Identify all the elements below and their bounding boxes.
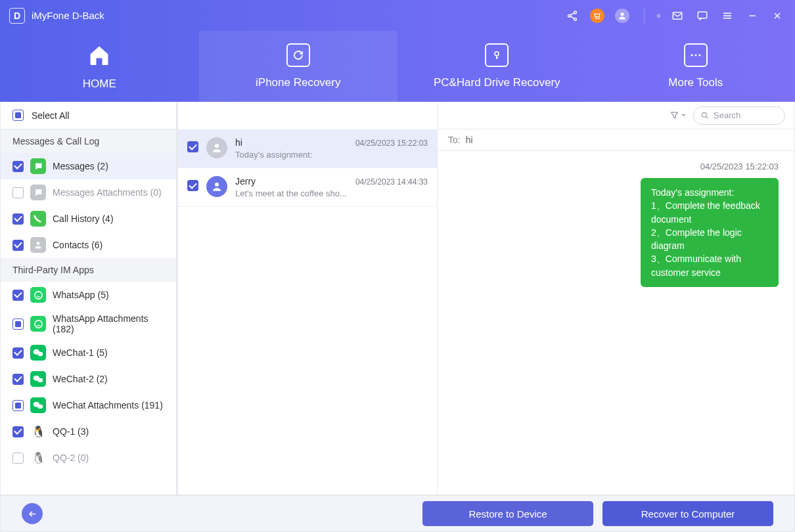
app-title: iMyFone D-Back xyxy=(32,10,104,21)
checkbox[interactable] xyxy=(12,290,24,301)
nav-label: PC&Hard Drive Recovery xyxy=(434,76,560,89)
phone-icon xyxy=(30,211,46,227)
thread-preview: Let's meet at the coffee sho... xyxy=(235,188,393,198)
home-icon xyxy=(86,42,112,68)
svg-point-34 xyxy=(215,183,219,187)
share-icon[interactable] xyxy=(564,7,581,24)
checkbox[interactable] xyxy=(12,426,24,437)
nav-iphone-recovery[interactable]: iPhone Recovery xyxy=(199,31,398,102)
item-label: Call History (4) xyxy=(53,213,114,224)
select-all-checkbox[interactable] xyxy=(12,110,24,121)
svg-point-21 xyxy=(691,54,693,56)
checkbox[interactable] xyxy=(12,213,24,225)
svg-point-22 xyxy=(694,54,696,56)
to-value: hi xyxy=(466,135,473,145)
item-label: WhatsApp (5) xyxy=(53,290,109,300)
menu-icon[interactable] xyxy=(719,7,736,24)
svg-point-25 xyxy=(34,291,41,298)
wechat-icon xyxy=(30,345,46,361)
cart-icon[interactable] xyxy=(589,7,606,24)
svg-point-33 xyxy=(215,144,219,148)
svg-point-5 xyxy=(596,18,597,18)
svg-line-36 xyxy=(706,116,708,118)
thread-item-hi[interactable]: hi 04/25/2023 15:22:03 Today's assignmen… xyxy=(178,129,437,168)
thread-time: 04/25/2023 14:44:33 xyxy=(355,177,428,187)
sidebar-group-thirdparty: Third-Party IM Apps xyxy=(1,258,176,282)
checkbox[interactable] xyxy=(12,453,24,464)
sidebar: Select All Messages & Call Log Messages … xyxy=(1,102,178,495)
message-time: 04/25/2023 15:22:03 xyxy=(453,162,779,171)
account-icon[interactable] xyxy=(614,7,631,24)
sidebar-item-wechat-2[interactable]: WeChat-2 (2) xyxy=(1,366,176,392)
item-label: Contacts (6) xyxy=(53,240,102,250)
search-icon xyxy=(700,111,710,120)
svg-point-8 xyxy=(657,14,660,17)
thread-name: hi xyxy=(235,137,242,148)
sidebar-item-call-history[interactable]: Call History (4) xyxy=(1,206,176,232)
checkbox[interactable] xyxy=(12,374,24,385)
sidebar-item-messages[interactable]: Messages (2) xyxy=(1,153,176,179)
feedback-icon[interactable] xyxy=(694,7,711,24)
select-all-row[interactable]: Select All xyxy=(1,102,176,129)
close-button[interactable] xyxy=(769,7,786,24)
item-label: Messages Attachments (0) xyxy=(53,187,162,198)
thread-item-jerry[interactable]: Jerry 04/25/2023 14:44:33 Let's meet at … xyxy=(178,168,437,207)
sidebar-item-qq-1[interactable]: 🐧 QQ-1 (3) xyxy=(1,418,176,445)
sidebar-item-wechat-1[interactable]: WeChat-1 (5) xyxy=(1,340,176,366)
search-input[interactable] xyxy=(714,110,773,120)
sidebar-item-whatsapp[interactable]: WhatsApp (5) xyxy=(1,282,176,308)
svg-point-28 xyxy=(37,352,43,357)
item-label: WeChat-1 (5) xyxy=(53,347,108,358)
message-bubble: Today's assignment: 1、Complete the feedb… xyxy=(641,178,779,287)
thread-list: hi 04/25/2023 15:22:03 Today's assignmen… xyxy=(178,102,438,495)
sidebar-item-wechat-attachments[interactable]: WeChat Attachments (191) xyxy=(1,392,176,418)
thread-name: Jerry xyxy=(235,176,256,187)
settings-icon[interactable] xyxy=(644,7,661,24)
svg-point-30 xyxy=(37,378,43,383)
sidebar-item-qq-2[interactable]: 🐧 QQ-2 (0) xyxy=(1,445,176,471)
checkbox[interactable] xyxy=(187,180,198,191)
item-label: Messages (2) xyxy=(53,161,108,171)
main-nav: HOME iPhone Recovery PC&Hard Drive Recov… xyxy=(0,31,795,102)
message-detail: To: hi 04/25/2023 15:22:03 Today's assig… xyxy=(438,102,794,495)
whatsapp-icon xyxy=(30,316,46,332)
svg-line-4 xyxy=(570,16,574,18)
search-box[interactable] xyxy=(693,106,785,125)
svg-point-7 xyxy=(621,12,624,16)
sidebar-item-messages-attachments[interactable]: Messages Attachments (0) xyxy=(1,179,176,206)
checkbox[interactable] xyxy=(12,319,24,330)
recover-button[interactable]: Recover to Computer xyxy=(602,501,773,526)
sidebar-item-contacts[interactable]: Contacts (6) xyxy=(1,232,176,258)
item-label: QQ-2 (0) xyxy=(53,453,89,463)
nav-pc-recovery[interactable]: PC&Hard Drive Recovery xyxy=(398,31,597,102)
nav-label: iPhone Recovery xyxy=(256,76,340,89)
thread-preview: Today's assignment: xyxy=(235,150,393,160)
chat-area: 04/25/2023 15:22:03 Today's assignment: … xyxy=(438,151,794,495)
nav-more-tools[interactable]: More Tools xyxy=(597,31,796,102)
restore-button[interactable]: Restore to Device xyxy=(422,501,593,526)
key-icon xyxy=(485,43,509,67)
messages-icon xyxy=(30,158,46,174)
back-button[interactable] xyxy=(22,503,43,524)
svg-point-23 xyxy=(698,54,700,56)
qq-icon: 🐧 xyxy=(30,450,46,466)
svg-point-35 xyxy=(702,112,706,117)
checkbox[interactable] xyxy=(12,400,24,411)
sidebar-group-messages: Messages & Call Log xyxy=(1,129,176,153)
mail-icon[interactable] xyxy=(669,7,686,24)
sidebar-item-whatsapp-attachments[interactable]: WhatsApp Attachments (182) xyxy=(1,308,176,340)
item-label: WeChat-2 (2) xyxy=(53,374,108,384)
checkbox[interactable] xyxy=(12,161,24,172)
checkbox[interactable] xyxy=(12,240,24,251)
checkbox[interactable] xyxy=(12,187,24,198)
more-icon xyxy=(684,43,708,67)
item-label: WhatsApp Attachments (182) xyxy=(53,313,164,334)
minimize-button[interactable] xyxy=(744,7,761,24)
filter-button[interactable] xyxy=(670,110,687,120)
nav-home[interactable]: HOME xyxy=(0,31,199,102)
checkbox[interactable] xyxy=(12,347,24,359)
footer: Restore to Device Recover to Computer xyxy=(0,495,795,532)
qq-icon: 🐧 xyxy=(30,424,46,439)
checkbox[interactable] xyxy=(187,141,198,152)
wechat-icon xyxy=(30,397,46,413)
